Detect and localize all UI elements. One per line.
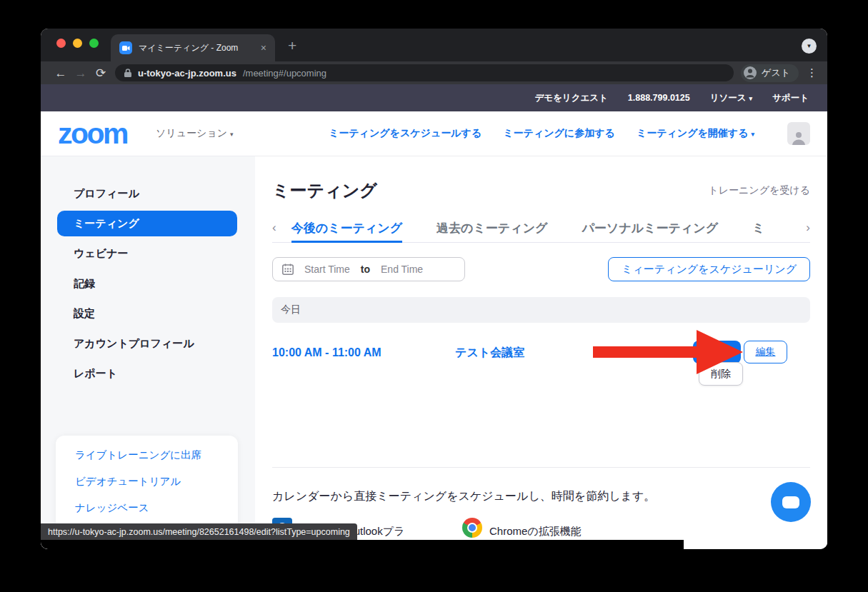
tab-search-icon[interactable]: ▼ — [802, 39, 817, 54]
to-label: to — [361, 264, 370, 275]
guest-avatar-icon — [743, 66, 757, 80]
url-path: /meeting#/upcoming — [243, 68, 326, 79]
caret-down-icon: ▾ — [230, 131, 234, 138]
calendar-icon — [282, 264, 294, 275]
start-time-field[interactable]: Start Time — [304, 264, 350, 275]
end-time-field[interactable]: End Time — [381, 264, 423, 275]
person-icon — [791, 129, 807, 145]
host-meeting-menu[interactable]: ミーティングを開催する▾ — [637, 127, 754, 140]
knowledge-base-link[interactable]: ナレッジベース — [75, 501, 238, 515]
today-group-header: 今日 — [272, 297, 810, 323]
header-links: ミーティングをスケジュールする ミーティングに参加する ミーティングを開催する▾ — [329, 122, 810, 145]
support-link[interactable]: サポート — [772, 92, 809, 104]
back-icon[interactable]: ← — [51, 67, 71, 79]
zoom-window-icon[interactable] — [89, 39, 99, 48]
attend-live-training-link[interactable]: ライブトレーニングに出席 — [75, 448, 238, 462]
caret-down-icon: ▾ — [751, 131, 754, 138]
user-avatar[interactable] — [787, 122, 810, 145]
url-host: u-tokyo-ac-jp.zoom.us — [138, 68, 236, 79]
browser-profile-button[interactable]: ゲスト — [741, 64, 799, 82]
caret-down-icon: ▾ — [749, 95, 753, 102]
meeting-topic-link[interactable]: テスト会議室 — [455, 346, 524, 361]
sidebar-item-reports[interactable]: レポート — [41, 358, 255, 388]
calendar-promo-text: カレンダーから直接ミーティングをスケジュールし、時間を節約します。 — [272, 489, 810, 503]
traffic-lights — [56, 39, 99, 48]
zoom-favicon-icon — [119, 41, 132, 54]
zoom-logo[interactable]: zoom — [58, 121, 127, 147]
zoom-topbar: デモをリクエスト 1.888.799.0125 リソース▾ サポート — [41, 84, 827, 111]
sidebar-item-profile[interactable]: プロフィール — [41, 179, 255, 209]
close-window-icon[interactable] — [56, 39, 66, 48]
join-meeting-link[interactable]: ミーティングに参加する — [503, 127, 615, 140]
date-range-picker[interactable]: Start Time to End Time — [272, 257, 465, 281]
browser-tabbar: マイミーティング - Zoom × + ▼ — [41, 29, 827, 61]
edit-button[interactable]: 編集 — [744, 341, 787, 363]
tabs-scroll-left-icon[interactable]: ‹ — [272, 221, 276, 235]
browser-tab[interactable]: マイミーティング - Zoom × — [111, 34, 275, 61]
tab-truncated[interactable]: ミ — [752, 214, 764, 243]
new-tab-button[interactable]: + — [288, 37, 296, 54]
request-demo-link[interactable]: デモをリクエスト — [534, 92, 607, 104]
phone-number: 1.888.799.0125 — [628, 93, 690, 103]
solutions-menu[interactable]: ソリューション▾ — [156, 127, 234, 140]
get-training-link[interactable]: トレーニングを受ける — [708, 184, 810, 197]
sidebar-item-meetings[interactable]: ミーティング — [57, 211, 237, 236]
section-divider — [272, 467, 810, 468]
red-arrow-annotation — [591, 327, 744, 377]
bottom-cutoff — [41, 540, 684, 549]
status-bar-url: https://u-tokyo-ac-jp.zoom.us/meeting/82… — [41, 523, 357, 540]
forward-icon[interactable]: → — [71, 67, 91, 79]
sidebar-item-account-profile[interactable]: アカウントプロフィール — [41, 328, 255, 358]
tabs-scroll-right-icon[interactable]: › — [806, 221, 810, 235]
browser-menu-icon[interactable]: ⋮ — [807, 66, 817, 79]
tab-upcoming-meetings[interactable]: 今後のミーティング — [291, 214, 402, 243]
schedule-meeting-button[interactable]: ミィーティングをスケジューリング — [608, 257, 810, 281]
sidebar-item-recordings[interactable]: 記録 — [41, 269, 255, 298]
lock-icon — [124, 69, 131, 77]
browser-toolbar: ← → ⟳ u-tokyo-ac-jp.zoom.us/meeting#/upc… — [41, 61, 827, 84]
meeting-time: 10:00 AM - 11:00 AM — [272, 346, 455, 359]
meeting-tabs: ‹ 今後のミーティング 過去のミーティング パーソナルミーティング ミ › — [272, 214, 810, 243]
tab-title: マイミーティング - Zoom — [139, 42, 254, 54]
tab-previous-meetings[interactable]: 過去のミーティング — [437, 214, 547, 243]
chrome-extension-item[interactable]: Chromeの拡張機能 — [462, 518, 582, 538]
sidebar: プロフィール ミーティング ウェビナー 記録 設定 アカウントプロフィール レポ… — [41, 156, 255, 549]
browser-window: マイミーティング - Zoom × + ▼ ← → ⟳ u-tokyo-ac-j… — [41, 29, 827, 549]
address-bar[interactable]: u-tokyo-ac-jp.zoom.us/meeting#/upcoming — [115, 64, 734, 81]
chat-support-button[interactable] — [771, 482, 811, 522]
resources-menu[interactable]: リソース▾ — [710, 92, 752, 104]
minimize-window-icon[interactable] — [73, 39, 82, 48]
schedule-meeting-link[interactable]: ミーティングをスケジュールする — [329, 127, 482, 140]
chrome-extension-label: Chromeの拡張機能 — [489, 523, 582, 538]
video-tutorials-link[interactable]: ビデオチュートリアル — [75, 474, 238, 488]
chrome-icon — [462, 518, 482, 538]
speech-bubble-icon — [782, 496, 799, 508]
sidebar-item-webinars[interactable]: ウェビナー — [41, 239, 255, 269]
tab-close-icon[interactable]: × — [261, 43, 266, 53]
guest-label: ゲスト — [762, 66, 790, 79]
page-title: ミーティング — [272, 179, 377, 202]
tab-personal-meetings[interactable]: パーソナルミーティング — [582, 214, 718, 243]
site-header: zoom ソリューション▾ ミーティングをスケジュールする ミーティングに参加す… — [41, 111, 827, 156]
reload-icon[interactable]: ⟳ — [91, 67, 111, 79]
sidebar-item-settings[interactable]: 設定 — [41, 298, 255, 328]
